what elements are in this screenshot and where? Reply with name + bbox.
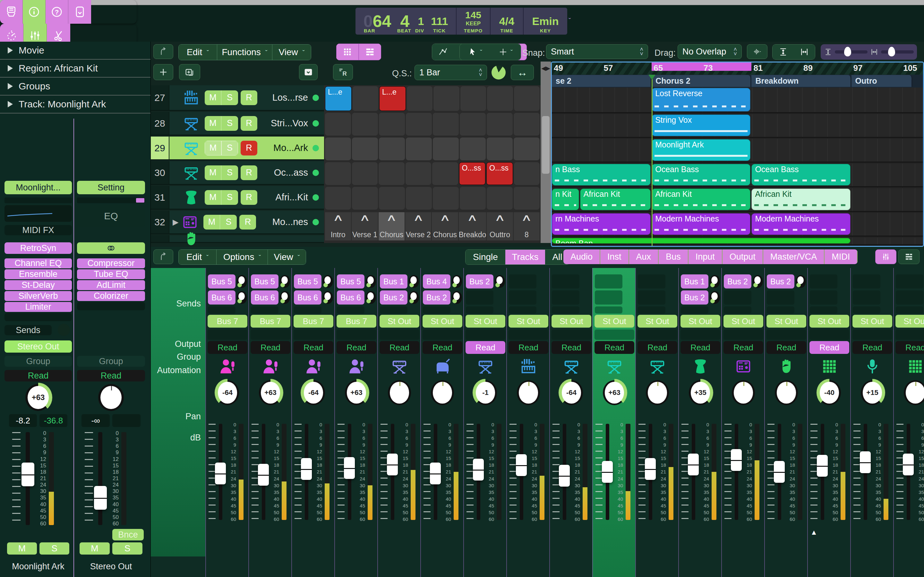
empty-send-slot-small[interactable]	[767, 306, 795, 314]
pan-knob[interactable]: -64	[560, 380, 583, 405]
send-knob[interactable]	[237, 275, 247, 288]
filter-output[interactable]: Output	[722, 250, 763, 264]
group-slot[interactable]	[208, 330, 247, 340]
automation-mode-button[interactable]: Read	[465, 341, 505, 354]
horizontal-zoom-button[interactable]	[794, 45, 815, 59]
mute-button[interactable]: M	[7, 542, 37, 554]
rows-view-button[interactable]	[359, 44, 381, 60]
send-slot[interactable]: Bus 6	[294, 290, 321, 305]
send-knob[interactable]	[710, 275, 720, 288]
volume-fader[interactable]: 03691215182124303540455060	[767, 424, 806, 520]
scene-trigger-4[interactable]: ∧Verse 2	[405, 212, 431, 240]
loop-cell[interactable]	[407, 86, 433, 111]
volume-fader[interactable]: 03691215182124303540455060	[423, 424, 462, 520]
bounce-button[interactable]: Bnce	[112, 529, 144, 540]
group-slot[interactable]	[423, 330, 462, 340]
track-solo-button[interactable]: S	[221, 190, 238, 205]
loop-cell[interactable]	[514, 113, 540, 135]
vertical-zoom-button[interactable]	[772, 45, 794, 59]
pan-knob-face[interactable]: +63	[261, 382, 280, 403]
group-slot[interactable]	[380, 330, 419, 340]
pointer-tool-button[interactable]: ˇ	[460, 44, 490, 60]
output-slot[interactable]: St Out	[766, 315, 806, 327]
fader-track[interactable]	[98, 432, 102, 525]
track-mute-button[interactable]: M	[205, 90, 221, 105]
loop-cell[interactable]	[406, 187, 432, 210]
lcd-key[interactable]: Emin KEY	[523, 8, 567, 35]
send-knob[interactable]	[753, 275, 763, 288]
send-knob[interactable]	[237, 291, 247, 304]
send-slot[interactable]: Bus 2	[767, 274, 795, 288]
midi-fx-slot[interactable]: MIDI FX	[5, 225, 72, 235]
track-record-button[interactable]: R	[241, 165, 257, 180]
track-header-29[interactable]: 29MSRMo...Ark	[151, 137, 324, 160]
region-african-kit[interactable]: African Kit	[652, 189, 750, 210]
pan-knob-face[interactable]	[100, 386, 121, 409]
scene-play-icon[interactable]: ∧	[521, 214, 532, 221]
empty-send-slot-small[interactable]	[423, 306, 451, 314]
empty-send-slot-small[interactable]	[724, 306, 751, 314]
scene-play-icon[interactable]: ∧	[333, 214, 344, 221]
plugin-slot[interactable]: AdLimit	[77, 280, 145, 290]
pan-knob-face[interactable]	[906, 382, 924, 403]
region-rn-machines[interactable]: rn Machines	[552, 213, 651, 235]
fader-cap[interactable]	[516, 454, 527, 476]
filter-master-vca[interactable]: Master/VCA	[763, 250, 825, 264]
peak-value[interactable]: -36.8	[39, 414, 67, 427]
empty-send-slot-small[interactable]	[337, 306, 365, 314]
empty-send-slot[interactable]	[595, 274, 622, 288]
empty-send-slot[interactable]	[724, 290, 751, 305]
loop-cell[interactable]	[514, 162, 540, 185]
empty-send-slot[interactable]	[896, 290, 923, 305]
loop-cell[interactable]	[352, 187, 378, 210]
strip-gain-slot[interactable]	[5, 197, 72, 203]
mixer-menu-view[interactable]: Viewˇ	[268, 250, 306, 264]
empty-send-slot[interactable]	[595, 290, 622, 305]
output-slot[interactable]: St Out	[465, 315, 505, 327]
volume-fader[interactable]: 03691215182124303540455060	[638, 424, 677, 520]
group-slot[interactable]	[551, 330, 591, 340]
fader-cap[interactable]	[301, 458, 312, 480]
fader-cap[interactable]	[430, 463, 441, 484]
vertical-zoom-slider[interactable]	[835, 50, 867, 53]
send-knob[interactable]	[452, 291, 462, 304]
output-slot[interactable]: St Out	[509, 315, 548, 327]
pan-knob[interactable]: -40	[818, 380, 841, 405]
pan-knob[interactable]: +63	[25, 384, 51, 411]
track-record-button[interactable]: R	[241, 190, 257, 205]
automation-mode-button[interactable]: Read	[380, 341, 419, 354]
plugin-slot[interactable]: Ensemble	[5, 269, 72, 279]
pan-knob-face[interactable]: +35	[691, 382, 710, 403]
automation-mode-button[interactable]: Read	[336, 341, 376, 354]
loop-cell[interactable]	[433, 113, 459, 135]
volume-fader[interactable]: 03691215182124303540455060	[466, 424, 505, 520]
grid-tracks-divider[interactable]: ◀▶	[541, 61, 551, 243]
loop-cell[interactable]	[325, 137, 351, 160]
send-slot[interactable]: Bus 4	[423, 274, 451, 288]
automation-mode-button[interactable]: Read	[5, 370, 72, 382]
filter-inst[interactable]: Inst	[600, 250, 629, 264]
scene-trigger-2[interactable]: ∧Verse 1	[352, 212, 378, 240]
peak-value[interactable]	[112, 414, 141, 427]
grid-view-button[interactable]	[336, 44, 359, 60]
volume-fader[interactable]: 03691215182124303540455060	[208, 424, 247, 520]
output-slot[interactable]: St Out	[853, 315, 892, 327]
marker-breakdown[interactable]: Breakdown	[751, 75, 851, 87]
track-header-28[interactable]: 28MSRStri...Vox	[151, 112, 324, 135]
eq-thumbnail[interactable]: EQ	[77, 205, 145, 227]
track-record-button[interactable]: R	[241, 141, 257, 155]
send-knob[interactable]	[710, 291, 720, 304]
automation-button[interactable]	[432, 44, 454, 60]
scene-trigger-7[interactable]: ∧Outtro	[487, 212, 513, 240]
strip-setting-button[interactable]: Moonlight...	[5, 181, 72, 194]
volume-fader[interactable]: 03691215182124303540455060	[724, 424, 763, 520]
output-slot[interactable]: Bus 7	[250, 315, 290, 327]
empty-send-slot-small[interactable]	[466, 306, 493, 314]
arrange-back-button[interactable]	[153, 44, 173, 59]
pan-knob-face[interactable]: +15	[863, 382, 882, 403]
empty-plugin-slot[interactable]	[5, 313, 72, 321]
zoom-slider-handle[interactable]	[888, 47, 895, 56]
pan-knob[interactable]	[775, 380, 798, 405]
fader-cap[interactable]	[258, 464, 269, 486]
empty-send-slot[interactable]	[552, 290, 580, 305]
